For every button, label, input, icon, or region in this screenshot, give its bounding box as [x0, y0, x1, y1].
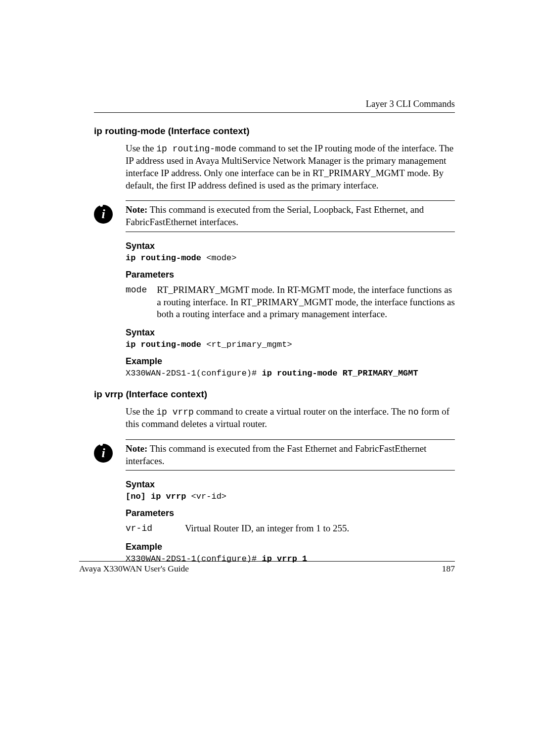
syntax-arg: <rt_primary_mgmt> — [201, 340, 292, 349]
section1-intro: Use the ip routing-mode command to set t… — [126, 142, 455, 191]
section-heading-ip-routing-mode: ip routing-mode (Interface context) — [94, 126, 455, 137]
param-description: Virtual Router ID, an integer from 1 to … — [185, 522, 349, 535]
syntax-line: ip routing-mode <rt_primary_mgmt> — [126, 340, 455, 349]
parameter-row: mode RT_PRIMARY_MGMT mode. In RT-MGMT mo… — [126, 284, 455, 321]
example-command: ip routing-mode RT_PRIMARY_MGMT — [262, 369, 418, 378]
parameters-heading: Parameters — [126, 508, 455, 519]
example-prompt: X330WAN-2DS1-1(configure)# — [126, 369, 262, 378]
note-rule-top — [126, 439, 455, 440]
footer-page-number: 187 — [442, 564, 455, 574]
section2-intro: Use the ip vrrp command to create a virt… — [126, 406, 455, 430]
syntax-heading: Syntax — [126, 479, 455, 490]
footer-rule — [79, 561, 455, 562]
text: Use the — [126, 143, 156, 153]
syntax-command: [no] ip vrrp — [126, 492, 186, 501]
example-heading: Example — [126, 356, 455, 367]
text: command to create a virtual router on th… — [194, 406, 408, 417]
param-name: mode — [126, 284, 147, 321]
info-icon: i — [94, 205, 113, 224]
example-line: X330WAN-2DS1-1(configure)# ip routing-mo… — [126, 369, 455, 378]
text: Use the — [126, 406, 156, 417]
syntax-heading: Syntax — [126, 241, 455, 251]
syntax-command: ip routing-mode — [126, 253, 201, 263]
text: This command is executed from the Serial… — [126, 204, 424, 227]
note-rule-bottom — [126, 232, 455, 232]
header-rule — [94, 112, 455, 113]
note-rule-top — [126, 200, 455, 201]
example-heading: Example — [126, 542, 455, 552]
note-label: Note: — [126, 443, 147, 454]
inline-command: ip vrrp — [156, 407, 194, 417]
syntax-arg: <vr-id> — [186, 492, 226, 501]
text: This command is executed from the Fast E… — [126, 443, 427, 466]
parameter-row: vr-id Virtual Router ID, an integer from… — [126, 522, 455, 535]
syntax-line: ip routing-mode <mode> — [126, 253, 455, 263]
note-rule-bottom — [126, 470, 455, 471]
syntax-heading: Syntax — [126, 328, 455, 338]
note-text: Note: This command is executed from the … — [126, 204, 455, 228]
syntax-arg: <mode> — [201, 253, 236, 263]
inline-command: ip routing-mode — [156, 144, 236, 154]
note-text: Note: This command is executed from the … — [126, 443, 455, 467]
inline-command: no — [408, 407, 419, 417]
note-label: Note: — [126, 204, 147, 215]
chapter-title: Layer 3 CLI Commands — [94, 99, 455, 109]
info-icon: i — [94, 444, 113, 463]
syntax-line: [no] ip vrrp <vr-id> — [126, 492, 455, 501]
syntax-command: ip routing-mode — [126, 340, 201, 349]
page-footer: Avaya X330WAN User's Guide 187 — [79, 561, 455, 574]
param-name: vr-id — [126, 522, 175, 535]
parameters-heading: Parameters — [126, 270, 455, 280]
param-description: RT_PRIMARY_MGMT mode. In RT-MGMT mode, t… — [157, 284, 455, 321]
footer-book-title: Avaya X330WAN User's Guide — [79, 564, 189, 574]
section-heading-ip-vrrp: ip vrrp (Interface context) — [94, 389, 455, 400]
